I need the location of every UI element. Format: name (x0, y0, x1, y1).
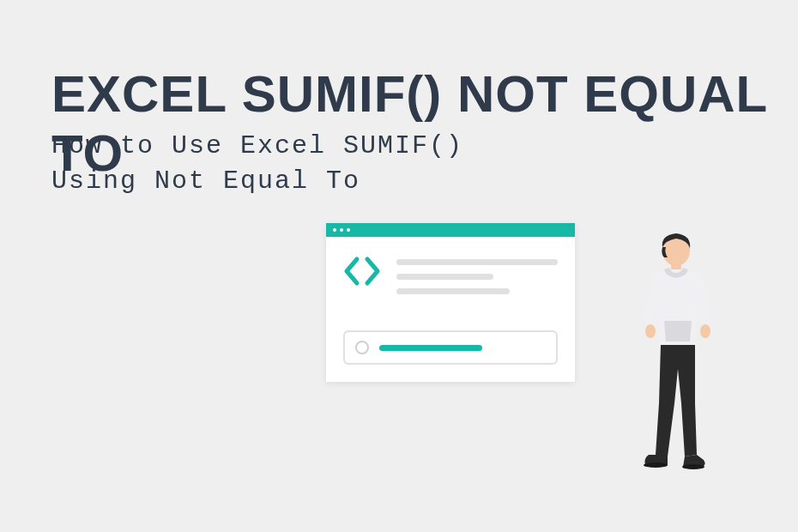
browser-titlebar (326, 223, 575, 237)
input-value-placeholder (379, 345, 482, 351)
placeholder-line (396, 274, 493, 280)
person-illustration (618, 232, 729, 476)
page-subtitle: How to Use Excel SUMIF() Using Not Equal… (51, 129, 463, 198)
browser-body (326, 237, 575, 313)
browser-illustration (326, 223, 575, 382)
code-brackets-icon (343, 256, 381, 287)
window-dot (340, 228, 343, 232)
input-illustration (343, 330, 558, 365)
placeholder-line (396, 288, 510, 294)
window-dot (333, 228, 336, 232)
radio-placeholder-icon (355, 341, 369, 354)
svg-point-4 (644, 462, 668, 468)
text-lines-placeholder (396, 256, 558, 294)
svg-rect-1 (671, 263, 681, 269)
svg-point-2 (645, 324, 656, 338)
window-dot (347, 228, 350, 232)
svg-point-5 (682, 464, 704, 469)
placeholder-line (396, 259, 558, 265)
svg-point-3 (700, 324, 710, 338)
